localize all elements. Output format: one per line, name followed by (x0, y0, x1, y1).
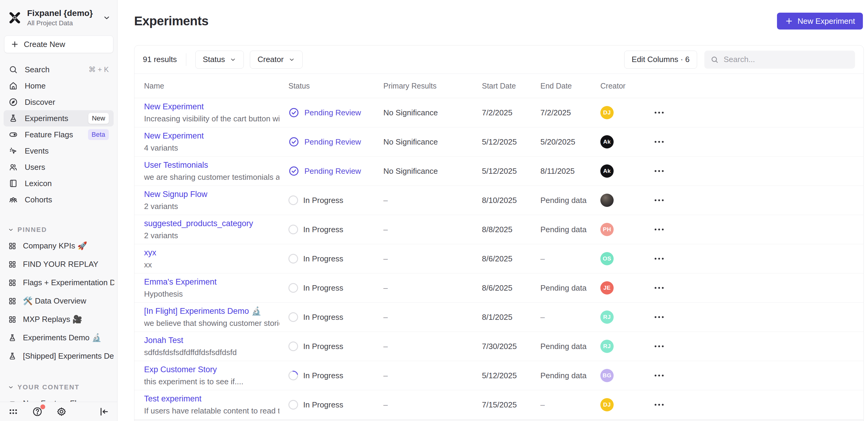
row-actions-menu[interactable] (650, 199, 864, 201)
sidebar-item-feature-flags[interactable]: Feature FlagsBeta (4, 127, 114, 143)
start-date-cell: 8/8/2025 (482, 225, 540, 234)
experiment-name-link[interactable]: Test experiment (144, 394, 279, 403)
row-actions-menu[interactable] (650, 404, 864, 406)
sidebar-item-cohorts[interactable]: Cohorts (4, 192, 114, 208)
pinned-item[interactable]: Company KPIs 🚀 (0, 237, 117, 255)
experiment-name-link[interactable]: Exp Customer Story (144, 365, 279, 374)
experiment-name-link[interactable]: Emma's Experiment (144, 277, 279, 287)
search-icon (710, 56, 719, 64)
pinned-item[interactable]: [Shipped] Experiments Demo 🖊️ (0, 347, 117, 365)
sidebar-item-events[interactable]: Events (4, 143, 114, 159)
experiment-name-link[interactable]: User Testimonials (144, 161, 279, 170)
row-actions-menu[interactable] (650, 346, 864, 347)
primary-results-cell: – (383, 254, 482, 263)
sidebar-item-label: Events (25, 147, 49, 156)
creator-avatar[interactable] (600, 194, 614, 207)
column-header-start-date: Start Date (482, 82, 540, 90)
status-cell: In Progress (288, 400, 383, 410)
edit-columns-button[interactable]: Edit Columns · 6 (624, 51, 697, 69)
primary-results-cell: – (383, 313, 482, 322)
row-actions-menu[interactable] (650, 258, 864, 260)
primary-results-cell: – (383, 196, 482, 205)
pinned-item[interactable]: Experiments Demo 🔬 (0, 329, 117, 347)
primary-results-cell: No Significance (383, 137, 482, 147)
creator-avatar[interactable]: RJ (600, 340, 614, 353)
creator-avatar[interactable]: DJ (600, 106, 614, 119)
name-cell: User Testimonials we are sharing custome… (144, 161, 288, 182)
pinned-item[interactable]: 🛠️ Data Overview (0, 292, 117, 310)
experiment-description: If users have relatable content to read … (144, 406, 279, 416)
pinned-item[interactable]: Flags + Experimentation Demo 🔁 (0, 273, 117, 292)
end-date-cell: Pending data (540, 225, 600, 234)
row-actions-menu[interactable] (650, 112, 864, 114)
creator-avatar[interactable]: JE (600, 281, 614, 294)
creator-avatar[interactable]: BG (600, 369, 614, 382)
pinned-item[interactable]: MXP Replays 🎥 (0, 310, 117, 329)
status-label: Pending Review (304, 137, 361, 147)
help-icon[interactable] (32, 406, 43, 417)
creator-cell: Ak (600, 135, 650, 149)
settings-gear-icon[interactable] (56, 406, 67, 417)
creator-avatar[interactable]: DJ (600, 398, 614, 411)
experiment-name-link[interactable]: suggested_products_category (144, 219, 279, 228)
in-progress-circle-icon (288, 312, 298, 322)
experiment-name-link[interactable]: New Experiment (144, 102, 279, 111)
row-actions-menu[interactable] (650, 170, 864, 172)
sidebar-item-experiments[interactable]: ExperimentsNew (4, 110, 114, 127)
status-cell: In Progress (288, 195, 383, 205)
experiment-name-link[interactable]: New Experiment (144, 131, 279, 141)
apps-grid-icon[interactable] (8, 406, 19, 417)
new-experiment-button[interactable]: New Experiment (777, 13, 863, 30)
row-actions-menu[interactable] (650, 141, 864, 143)
creator-cell: OS (600, 252, 650, 265)
filter-status-dropdown[interactable]: Status (195, 51, 244, 69)
experiment-name-link[interactable]: xyx (144, 248, 279, 257)
filter-buttons: Status Creator (195, 51, 303, 69)
project-switcher[interactable]: Fixpanel {demo} All Project Data (0, 6, 117, 30)
experiment-name-link[interactable]: [In Flight] Experiments Demo 🔬 (144, 306, 279, 316)
collapse-sidebar-icon[interactable] (98, 406, 110, 417)
table-row: Emma's Experiment Hypothesis In Progress… (134, 273, 864, 303)
sidebar-item-search[interactable]: Search⌘ + K (4, 61, 114, 78)
experiment-description: this experiment is to see if.... (144, 377, 279, 386)
creator-avatar[interactable]: Ak (600, 164, 614, 178)
end-date-cell: 8/11/2025 (540, 166, 600, 176)
table-row: Exp Customer Story this experiment is to… (134, 361, 864, 390)
sidebar-item-lexicon[interactable]: Lexicon (4, 175, 114, 192)
chevron-down-icon (8, 384, 14, 390)
experiment-name-link[interactable]: Jonah Test (144, 336, 279, 345)
creator-avatar[interactable]: PH (600, 223, 614, 236)
creator-avatar[interactable]: OS (600, 252, 614, 265)
row-actions-menu[interactable] (650, 316, 864, 318)
sidebar-item-home[interactable]: Home (4, 78, 114, 94)
start-date-cell: 7/15/2025 (482, 400, 540, 410)
toolbar-divider (186, 53, 186, 66)
in-progress-circle-icon (288, 254, 298, 263)
plus-icon (785, 17, 793, 25)
creator-avatar[interactable]: RJ (600, 311, 614, 324)
pinned-item-label: Experiments Demo 🔬 (23, 333, 101, 343)
status-cell: In Progress (288, 371, 383, 380)
table-body: New Experiment Increasing visibility of … (134, 98, 864, 420)
creator-avatar[interactable]: Ak (600, 135, 614, 149)
sidebar: Fixpanel {demo} All Project Data Create … (0, 0, 118, 421)
row-actions-menu[interactable] (650, 375, 864, 377)
pinned-item-label: Flags + Experimentation Demo 🔁 (23, 278, 114, 287)
row-actions-menu[interactable] (650, 229, 864, 230)
sidebar-footer (0, 402, 117, 421)
book-icon (8, 179, 18, 188)
experiment-name-link[interactable]: New Signup Flow (144, 190, 279, 199)
name-cell: Jonah Test sdfdsfdsfsdfdffdfdsfsdfdsfd (144, 336, 288, 357)
filter-creator-dropdown[interactable]: Creator (250, 51, 303, 69)
primary-results-cell: No Significance (383, 108, 482, 118)
sidebar-item-discover[interactable]: Discover (4, 94, 114, 110)
sidebar-item-users[interactable]: Users (4, 159, 114, 175)
row-actions-menu[interactable] (650, 287, 864, 289)
section-header-your-content[interactable]: YOUR CONTENT (8, 383, 117, 391)
search-input[interactable] (724, 55, 849, 64)
create-new-button[interactable]: Create New (4, 36, 113, 53)
section-header-pinned[interactable]: PINNED (8, 226, 117, 234)
pinned-item[interactable]: FIND YOUR REPLAY (0, 255, 117, 273)
in-progress-circle-icon (288, 283, 298, 293)
table-row: User Testimonials we are sharing custome… (134, 157, 864, 186)
